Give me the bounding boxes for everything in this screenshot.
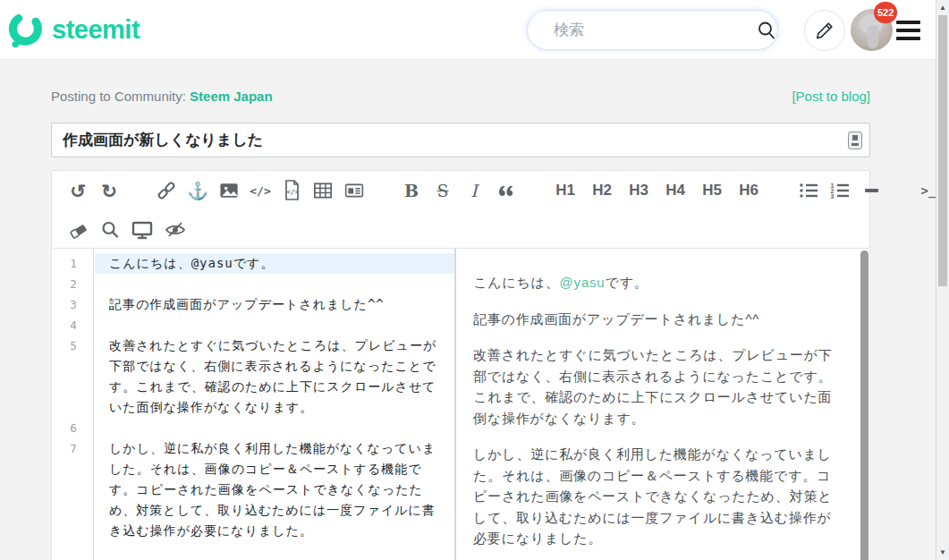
magnifier-icon	[100, 220, 120, 240]
markdown-editor-pane[interactable]: 1 こんにちは、@yasuです。 2 3 記事の作成画面がアップデートされました…	[52, 249, 456, 560]
title-field-container	[51, 123, 870, 157]
logo-text: steemit	[52, 15, 140, 45]
editor-line[interactable]: 6	[52, 418, 454, 438]
line-number: 3	[52, 294, 95, 315]
svg-text:</>: </>	[287, 188, 300, 196]
preview-paragraph: こんにちは、@yasuです。	[473, 272, 835, 293]
pencil-icon	[815, 21, 835, 40]
editor-line-text[interactable]	[95, 418, 454, 438]
link-button[interactable]	[156, 177, 177, 204]
preview-paragraph: 記事の作成画面がアップデートされました^^	[473, 309, 835, 330]
image-button[interactable]	[218, 177, 240, 204]
toolbar-row-2	[52, 210, 869, 250]
embed-button[interactable]	[343, 177, 365, 204]
find-button[interactable]	[99, 216, 121, 243]
preview-text: こんにちは、	[473, 275, 560, 290]
title-input[interactable]	[52, 132, 848, 149]
line-number: 4	[52, 315, 95, 335]
line-number: 7	[52, 438, 95, 541]
heading3-button[interactable]: H3	[625, 177, 652, 204]
browser-scrollbar[interactable]: ▲ ▼	[936, 0, 949, 560]
editor-line[interactable]: 5 改善されたとすぐに気づいたところは、プレビューが下部ではなく、右側に表示され…	[52, 335, 454, 418]
heading6-button[interactable]: H6	[735, 177, 762, 204]
heading5-button[interactable]: H5	[699, 177, 725, 204]
heading4-button[interactable]: H4	[662, 177, 689, 204]
hamburger-icon	[896, 21, 920, 24]
editor-line[interactable]: 3 記事の作成画面がアップデートされました^^	[52, 294, 454, 315]
search-input[interactable]	[528, 11, 757, 49]
fullscreen-preview-button[interactable]	[131, 216, 154, 243]
numbered-list-icon: 1 2 3	[829, 181, 851, 200]
app-header: steemit 522	[0, 0, 949, 60]
quote-icon	[496, 181, 515, 200]
eraser-icon	[67, 220, 89, 240]
posting-to-community: Posting to Community: Steem Japan	[51, 89, 273, 104]
undo-button[interactable]: ↺	[67, 177, 89, 204]
inline-code-button[interactable]: </>	[250, 177, 271, 204]
anchor-button[interactable]: ⚓	[187, 177, 208, 204]
bullet-list-button[interactable]	[798, 177, 819, 204]
redo-button[interactable]: ↻	[98, 177, 120, 204]
hide-preview-button[interactable]	[164, 216, 187, 243]
notification-badge[interactable]: 522	[874, 2, 897, 23]
newspaper-icon	[343, 180, 365, 201]
scroll-down-arrow-icon[interactable]: ▼	[936, 546, 949, 559]
monitor-icon	[131, 220, 154, 240]
compose-button[interactable]	[804, 10, 845, 51]
code-file-icon: </>	[281, 179, 302, 202]
mention-link[interactable]: @yasu	[560, 275, 606, 290]
link-icon	[156, 180, 177, 201]
heading2-button[interactable]: H2	[589, 177, 615, 204]
search-box	[527, 10, 778, 50]
split-editor: 1 こんにちは、@yasuです。 2 3 記事の作成画面がアップデートされました…	[51, 249, 870, 560]
horizontal-rule-icon	[865, 189, 878, 192]
quote-button[interactable]	[495, 177, 516, 204]
erase-button[interactable]	[67, 216, 89, 243]
scroll-up-arrow-icon[interactable]: ▲	[936, 1, 949, 14]
code-block-button[interactable]: </>	[281, 177, 302, 204]
editor-line-text[interactable]	[95, 315, 454, 335]
post-meta-row: Posting to Community: Steem Japan [Post …	[51, 89, 870, 104]
line-number: 5	[52, 335, 95, 418]
editor-line[interactable]: 2	[52, 274, 454, 294]
editor-line-text[interactable]	[95, 274, 454, 294]
editor-line-text[interactable]: 改善されたとすぐに気づいたところは、プレビューが下部ではなく、右側に表示されるよ…	[95, 335, 454, 418]
avatar-decoration	[868, 25, 878, 48]
eye-slash-icon	[164, 220, 187, 240]
table-icon	[312, 180, 334, 201]
preview-text: です。	[605, 275, 648, 290]
table-button[interactable]	[312, 177, 334, 204]
bullet-list-icon	[798, 181, 819, 200]
post-to-blog-link[interactable]: [Post to blog]	[792, 89, 870, 104]
line-number: 1	[52, 253, 95, 274]
hamburger-icon	[896, 29, 920, 32]
toolbar-row-1: ↺ ↻ ⚓ </> </>	[52, 171, 869, 210]
editor-line-text[interactable]: しかし、逆に私が良く利用した機能がなくなっていました。それは、画像のコピー＆ペー…	[95, 438, 454, 541]
line-number: 6	[52, 418, 95, 438]
steemit-logo-icon	[7, 9, 45, 50]
line-number: 2	[52, 274, 95, 294]
heading1-button[interactable]: H1	[552, 177, 579, 204]
italic-button[interactable]: I	[463, 177, 485, 204]
editor-line-text[interactable]: こんにちは、@yasuです。	[95, 253, 454, 274]
search-icon[interactable]	[757, 21, 776, 40]
hamburger-icon	[896, 37, 920, 40]
editor-line[interactable]: 7 しかし、逆に私が良く利用した機能がなくなっていました。それは、画像のコピー＆…	[52, 438, 454, 541]
editor-line[interactable]: 1 こんにちは、@yasuです。	[52, 253, 454, 274]
steemit-logo[interactable]: steemit	[7, 9, 140, 50]
menu-button[interactable]	[896, 21, 920, 40]
numbered-list-button[interactable]: 1 2 3	[829, 177, 851, 204]
horizontal-rule-button[interactable]	[860, 177, 882, 204]
editor-toolbar: ↺ ↻ ⚓ </> </>	[51, 170, 870, 249]
browser-scrollbar-thumb[interactable]	[938, 15, 947, 286]
autofill-icon[interactable]	[848, 132, 862, 149]
community-link[interactable]: Steem Japan	[190, 89, 273, 104]
strikethrough-button[interactable]: S	[432, 177, 453, 204]
bold-button[interactable]: B	[401, 177, 422, 204]
preview-pane: こんにちは、@yasuです。 記事の作成画面がアップデートされました^^ 改善さ…	[456, 249, 869, 560]
editor-line-text[interactable]: 記事の作成画面がアップデートされました^^	[95, 294, 454, 315]
svg-text:3: 3	[831, 193, 835, 199]
preview-scrollbar-thumb[interactable]	[860, 250, 869, 560]
editor-line[interactable]: 4	[52, 315, 454, 335]
image-icon	[218, 180, 240, 201]
